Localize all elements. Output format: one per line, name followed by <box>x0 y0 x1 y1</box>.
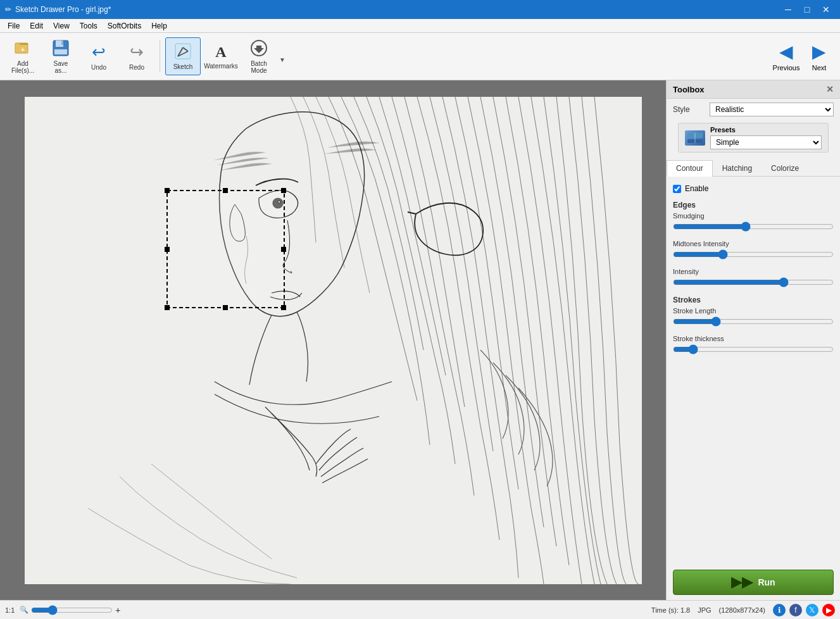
batch-mode-label: BatchMode <box>251 60 267 74</box>
batch-mode-button[interactable]: BatchMode <box>241 37 277 75</box>
save-icon <box>52 39 70 58</box>
toolbox-close-button[interactable]: ✕ <box>826 84 834 94</box>
intensity-label: Intensity <box>673 268 834 275</box>
strokes-label: Strokes <box>673 296 834 304</box>
main-area: Toolbox ✕ Style Realistic Simple Detaile… <box>0 80 840 600</box>
smudging-slider[interactable] <box>673 222 834 232</box>
panel-content: Enable Edges Smudging Midtones Intensity… <box>667 177 840 560</box>
add-files-button[interactable]: + AddFile(s)... <box>5 37 41 75</box>
save-as-label: Saveas... <box>54 60 68 74</box>
format-label: JPG <box>698 606 711 614</box>
enable-label[interactable]: Enable <box>685 184 708 193</box>
sketch-canvas[interactable] <box>25 97 642 584</box>
twitter-icon[interactable]: 𝕏 <box>806 604 818 616</box>
toolbox-title: Toolbox <box>673 85 705 94</box>
svg-text:+: + <box>21 46 25 53</box>
add-files-icon: + <box>14 39 32 58</box>
menu-softorbits[interactable]: SoftOrbits <box>103 20 146 32</box>
toolbar-dropdown-arrow[interactable]: ▼ <box>279 56 285 63</box>
status-bar: 1:1 🔍 + Time (s): 1.8 JPG (1280x877x24) … <box>0 600 840 619</box>
facebook-icon[interactable]: f <box>789 604 802 616</box>
midtones-slider[interactable] <box>673 249 834 259</box>
presets-icon <box>685 130 705 146</box>
info-icon[interactable]: ℹ <box>773 604 786 616</box>
nav-buttons: ◀ Previous ▶ Next <box>770 37 835 75</box>
time-label: Time (s): 1.8 <box>651 606 690 614</box>
presets-row: Presets Simple Detailed Artistic Realist… <box>678 123 829 153</box>
svg-rect-6 <box>54 49 67 54</box>
style-label: Style <box>673 105 705 114</box>
svg-rect-5 <box>61 41 63 45</box>
toolbar-separator-1 <box>160 41 160 72</box>
midtones-slider-row: Midtones Intensity <box>673 240 834 261</box>
undo-button[interactable]: ↩ Undo <box>81 37 116 75</box>
toolbox-header: Toolbox ✕ <box>667 80 840 99</box>
menu-bar: File Edit View Tools SoftOrbits Help <box>0 19 840 33</box>
next-button[interactable]: ▶ Next <box>803 37 835 75</box>
status-right: Time (s): 1.8 JPG (1280x877x24) ℹ f 𝕏 ▶ <box>651 604 835 616</box>
stroke-thickness-slider[interactable] <box>673 344 834 354</box>
zoom-out-icon[interactable]: 🔍 <box>20 606 28 614</box>
watermarks-button[interactable]: A Watermarks <box>203 37 239 75</box>
menu-view[interactable]: View <box>48 20 75 32</box>
redo-button[interactable]: ↪ Redo <box>119 37 154 75</box>
watermarks-icon: A <box>215 44 226 61</box>
stroke-thickness-slider-row: Stroke thickness <box>673 335 834 356</box>
svg-rect-12 <box>25 97 642 584</box>
redo-label: Redo <box>129 64 144 71</box>
title-bar: ✏ Sketch Drawer Pro - girl.jpg* ─ □ ✕ <box>0 0 840 19</box>
intensity-slider[interactable] <box>673 277 834 287</box>
tab-colorize[interactable]: Colorize <box>762 160 808 176</box>
undo-icon: ↩ <box>92 42 106 62</box>
redo-icon: ↪ <box>130 42 144 62</box>
style-select[interactable]: Realistic Simple Detailed Abstract <box>710 103 834 116</box>
toolbox-panel: Toolbox ✕ Style Realistic Simple Detaile… <box>666 80 840 600</box>
previous-icon: ◀ <box>779 41 793 62</box>
menu-tools[interactable]: Tools <box>75 20 103 32</box>
menu-help[interactable]: Help <box>146 20 172 32</box>
sketch-artwork <box>25 97 642 584</box>
run-label: Run <box>758 577 775 587</box>
edges-label: Edges <box>673 201 834 209</box>
toolbar: + AddFile(s)... Saveas... ↩ Undo ↪ Redo <box>0 33 840 80</box>
add-files-label: AddFile(s)... <box>11 60 34 74</box>
presets-select[interactable]: Simple Detailed Artistic Realistic <box>710 135 822 149</box>
close-button[interactable]: ✕ <box>817 3 835 16</box>
restore-button[interactable]: □ <box>798 3 816 16</box>
svg-rect-7 <box>175 44 191 59</box>
svg-rect-16 <box>165 188 170 193</box>
presets-content: Presets Simple Detailed Artistic Realist… <box>710 126 822 149</box>
tab-hatching[interactable]: Hatching <box>713 160 762 176</box>
midtones-label: Midtones Intensity <box>673 240 834 247</box>
menu-file[interactable]: File <box>3 20 25 32</box>
zoom-in-icon[interactable]: + <box>115 605 120 615</box>
run-button[interactable]: ▶▶ Run <box>673 570 834 595</box>
svg-rect-19 <box>165 247 170 252</box>
sketch-icon <box>174 42 192 61</box>
stroke-thickness-label: Stroke thickness <box>673 335 834 342</box>
presets-container: Presets Simple Detailed Artistic Realist… <box>667 120 840 155</box>
enable-row: Enable <box>673 182 834 196</box>
run-icon: ▶▶ <box>731 574 753 591</box>
minimize-button[interactable]: ─ <box>779 3 797 16</box>
next-icon: ▶ <box>812 41 826 62</box>
batch-icon <box>250 39 268 58</box>
zoom-level: 1:1 <box>5 606 15 614</box>
enable-checkbox[interactable] <box>673 185 681 193</box>
tab-contour[interactable]: Contour <box>667 160 713 177</box>
zoom-slider[interactable] <box>31 605 113 615</box>
save-as-button[interactable]: Saveas... <box>43 37 78 75</box>
smudging-label: Smudging <box>673 212 834 220</box>
stroke-length-slider[interactable] <box>673 316 834 327</box>
undo-label: Undo <box>91 64 106 71</box>
smudging-slider-row: Smudging <box>673 212 834 234</box>
sketch-button[interactable]: Sketch <box>165 37 201 75</box>
svg-rect-15 <box>167 191 284 308</box>
previous-button[interactable]: ◀ Previous <box>770 37 802 75</box>
svg-rect-18 <box>281 188 286 193</box>
canvas-area[interactable] <box>0 80 666 600</box>
menu-edit[interactable]: Edit <box>25 20 48 32</box>
youtube-icon[interactable]: ▶ <box>822 604 835 616</box>
svg-rect-23 <box>281 305 286 310</box>
previous-label: Previous <box>773 64 800 72</box>
